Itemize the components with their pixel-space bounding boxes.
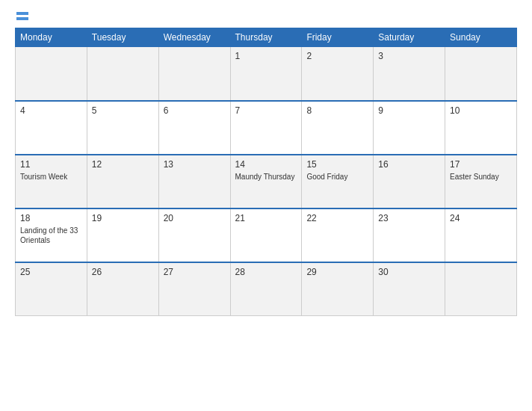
week-row-4: 18Landing of the 33 Orientals19202122232…	[16, 208, 517, 262]
days-header-row: MondayTuesdayWednesdayThursdayFridaySatu…	[16, 28, 517, 47]
day-header-tuesday: Tuesday	[87, 28, 158, 47]
calendar-cell: 2	[302, 47, 374, 101]
day-number: 24	[450, 213, 512, 223]
day-number: 25	[20, 267, 82, 277]
calendar-cell: 18Landing of the 33 Orientals	[16, 208, 87, 262]
calendar-cell: 6	[158, 101, 230, 155]
calendar-cell: 10	[445, 101, 517, 155]
week-row-3: 11Tourism Week121314Maundy Thursday15Goo…	[16, 155, 517, 208]
day-number: 5	[92, 105, 154, 116]
calendar-cell	[87, 47, 158, 101]
day-number: 9	[378, 105, 440, 116]
calendar-event: Maundy Thursday	[235, 173, 295, 181]
day-number: 14	[235, 159, 297, 170]
calendar-cell: 11Tourism Week	[16, 155, 87, 208]
calendar-event: Easter Sunday	[450, 173, 499, 181]
day-header-wednesday: Wednesday	[158, 28, 230, 47]
calendar-cell: 19	[87, 208, 158, 262]
day-header-monday: Monday	[16, 28, 87, 47]
day-number: 19	[92, 213, 154, 223]
day-header-sunday: Sunday	[445, 28, 517, 47]
logo	[15, 12, 28, 20]
day-number: 23	[378, 213, 440, 223]
day-number: 28	[235, 267, 297, 277]
calendar-cell: 7	[230, 101, 302, 155]
day-number: 6	[164, 105, 226, 116]
day-header-saturday: Saturday	[374, 28, 445, 47]
calendar-cell: 26	[87, 262, 158, 316]
calendar-cell: 3	[374, 47, 445, 101]
day-number: 7	[235, 105, 297, 116]
calendar-event: Good Friday	[306, 173, 347, 181]
calendar-cell: 12	[87, 155, 158, 208]
calendar-cell: 13	[158, 155, 230, 208]
calendar-cell: 1	[230, 47, 302, 101]
calendar-cell	[445, 262, 517, 316]
logo-flag-icon	[16, 12, 28, 20]
day-number: 20	[164, 213, 226, 223]
calendar-cell: 30	[374, 262, 445, 316]
day-number: 15	[306, 159, 368, 170]
day-number: 3	[378, 51, 440, 61]
day-header-friday: Friday	[302, 28, 374, 47]
calendar-cell: 8	[302, 101, 374, 155]
calendar-table: MondayTuesdayWednesdayThursdayFridaySatu…	[15, 28, 517, 316]
day-number: 21	[235, 213, 297, 223]
calendar-cell: 29	[302, 262, 374, 316]
calendar-cell: 21	[230, 208, 302, 262]
week-row-2: 45678910	[16, 101, 517, 155]
day-number: 29	[306, 267, 368, 277]
calendar-cell: 24	[445, 208, 517, 262]
day-number: 11	[20, 159, 82, 170]
calendar-cell: 23	[374, 208, 445, 262]
calendar-cell: 22	[302, 208, 374, 262]
day-number: 30	[378, 267, 440, 277]
calendar-cell: 9	[374, 101, 445, 155]
calendar-cell: 27	[158, 262, 230, 316]
calendar-cell: 28	[230, 262, 302, 316]
day-number: 22	[306, 213, 368, 223]
calendar-cell	[158, 47, 230, 101]
calendar-event: Tourism Week	[20, 173, 67, 181]
page: MondayTuesdayWednesdayThursdayFridaySatu…	[0, 0, 532, 411]
calendar-cell: 15Good Friday	[302, 155, 374, 208]
day-number: 12	[92, 159, 154, 170]
header	[15, 12, 517, 20]
day-number: 18	[20, 213, 82, 223]
week-row-1: 123	[16, 47, 517, 101]
day-number: 2	[306, 51, 368, 61]
calendar-cell: 5	[87, 101, 158, 155]
day-number: 26	[92, 267, 154, 277]
day-number: 16	[378, 159, 440, 170]
calendar-cell: 20	[158, 208, 230, 262]
week-row-5: 252627282930	[16, 262, 517, 316]
calendar-event: Landing of the 33 Orientals	[20, 226, 78, 244]
calendar-cell: 4	[16, 101, 87, 155]
calendar-cell	[445, 47, 517, 101]
calendar-cell	[16, 47, 87, 101]
day-number: 13	[164, 159, 226, 170]
day-number: 8	[306, 105, 368, 116]
day-number: 27	[164, 267, 226, 277]
day-number: 1	[235, 51, 297, 61]
day-number: 4	[20, 105, 82, 116]
calendar-cell: 17Easter Sunday	[445, 155, 517, 208]
day-number: 17	[450, 159, 512, 170]
calendar-cell: 14Maundy Thursday	[230, 155, 302, 208]
calendar-cell: 25	[16, 262, 87, 316]
calendar-cell: 16	[374, 155, 445, 208]
day-header-thursday: Thursday	[230, 28, 302, 47]
day-number: 10	[450, 105, 512, 116]
